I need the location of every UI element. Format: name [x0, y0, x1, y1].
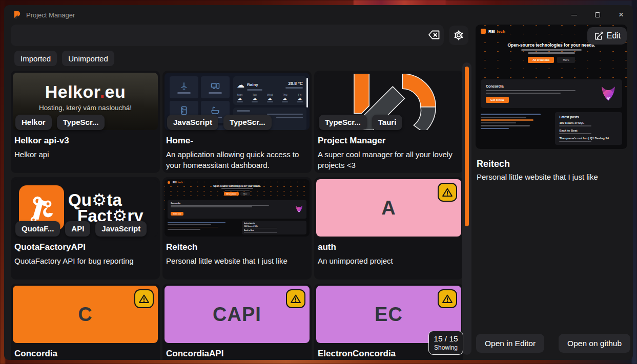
fox-logo — [295, 205, 303, 213]
project-thumbnail: REItech Open-source technologies for you… — [165, 179, 310, 237]
showing-label: Showing — [434, 344, 458, 351]
minimize-icon — [571, 15, 577, 15]
project-card-auth[interactable]: A auth An unimported project — [314, 177, 463, 280]
project-thumbnail: A — [316, 179, 461, 237]
tag-chip[interactable]: JavaScript — [95, 221, 147, 237]
bathtub-icon — [211, 106, 220, 115]
minimize-button[interactable] — [562, 5, 586, 25]
showing-count-badge: 15 / 15 Showing — [428, 331, 463, 355]
backspace-icon — [427, 29, 441, 41]
project-title: QuotaFactoryAPI — [14, 242, 156, 252]
close-icon: × — [619, 10, 624, 20]
titlebar: Project Manager × — [4, 5, 633, 25]
tag-chip[interactable]: API — [65, 221, 90, 237]
cloud-icon: ☁ — [253, 97, 257, 101]
showing-count: 15 / 15 — [434, 334, 458, 344]
project-title: auth — [318, 242, 460, 252]
tag-chip[interactable]: QuotaF... — [15, 221, 60, 237]
project-description: Helkor api — [14, 149, 156, 160]
scrollbar-thumb[interactable] — [465, 67, 469, 226]
project-initial: C — [78, 304, 92, 326]
cloud-icon: ☁ — [237, 81, 244, 89]
project-card-helkor-api-v3[interactable]: Helkor.eu Hosting, který vám naslouchá! … — [11, 71, 160, 173]
project-card-concordiaapi[interactable]: CAPI ConcordiaAPI — [162, 284, 312, 360]
helkor-tagline: Hosting, který vám naslouchá! — [39, 104, 132, 112]
clear-search-button[interactable] — [427, 29, 441, 42]
cloud-icon: ☁ — [238, 97, 242, 101]
project-description: An application allowing quick access to … — [166, 149, 308, 171]
panel-actions: Open in Editor Open on github — [476, 334, 630, 353]
warning-icon — [441, 186, 454, 199]
edit-button[interactable]: Edit — [587, 27, 627, 45]
cloud-icon: ☁ — [298, 97, 302, 101]
maximize-icon — [595, 12, 600, 17]
selected-project-title: Reitech — [477, 159, 510, 169]
fox-logo — [600, 85, 617, 102]
app-window: Project Manager × Imported Unimported He… — [4, 5, 633, 360]
project-card-reitech[interactable]: REItech Open-source technologies for you… — [162, 177, 312, 280]
selected-project-description: Personal little website that I just like — [477, 173, 630, 181]
tag-chip[interactable]: TypeScr... — [223, 115, 272, 130]
tag-chip[interactable]: Helkor — [15, 115, 52, 130]
project-description: An unimported project — [318, 255, 460, 266]
project-thumbnail: CAPI — [165, 286, 310, 343]
maximize-button[interactable] — [586, 5, 609, 25]
tag-chip[interactable]: TypeScr... — [319, 115, 367, 130]
project-title: Home- — [166, 136, 308, 146]
project-card-concordia[interactable]: C Concordia — [11, 284, 160, 360]
project-initial: EC — [375, 304, 403, 326]
helkor-logo: Helkor.eu — [45, 82, 126, 102]
warning-badge — [438, 183, 457, 202]
weather-condition: Rainy — [247, 82, 258, 87]
open-in-editor-button[interactable]: Open in Editor — [476, 334, 544, 353]
warning-badge — [438, 289, 457, 308]
warning-badge — [286, 289, 305, 308]
cloud-icon: ☁ — [283, 97, 287, 101]
filter-imported[interactable]: Imported — [14, 51, 57, 66]
project-card-home[interactable]: ☁ Rainy 20.8 °C Mon☁ — [162, 71, 312, 173]
lamp-icon — [179, 81, 189, 91]
project-card-project-manager[interactable]: TypeScr... Tauri Project Manager A super… — [314, 71, 463, 173]
gear-icon — [453, 29, 465, 41]
tag-chip[interactable]: TypeScr... — [57, 115, 105, 130]
project-title: Reitech — [166, 242, 308, 252]
project-title: ConcordiaAPI — [166, 349, 308, 359]
filter-bar: Imported Unimported — [14, 51, 114, 66]
settings-button[interactable] — [449, 26, 468, 45]
project-card-quotafactoryapi[interactable]: Qu⚙ta Fact⚙ry QuotaF... API JavaScript Q… — [11, 177, 160, 280]
robot-arm-icon — [26, 192, 57, 224]
project-thumbnail: C — [13, 286, 158, 343]
tag-chip[interactable]: Tauri — [372, 115, 403, 130]
project-title: Concordia — [14, 349, 156, 359]
fridge-icon — [179, 106, 189, 115]
cloud-icon: ☁ — [268, 97, 272, 101]
window-title: Project Manager — [26, 11, 75, 19]
weather-temperature: 20.8 °C — [285, 81, 303, 89]
project-description: QuotaFactory API for bug reporting — [14, 255, 156, 266]
project-description: A super cool manager for all your lovely… — [318, 149, 460, 171]
pencil-square-icon — [593, 31, 603, 41]
tag-chip[interactable]: JavaScript — [167, 115, 218, 130]
monitors-icon — [211, 81, 220, 91]
warning-icon — [441, 293, 454, 305]
open-on-github-button[interactable]: Open on github — [559, 334, 630, 353]
reitech-logo-icon — [168, 181, 170, 184]
quotafactory-wordmark: Qu⚙ta Fact⚙ry — [68, 192, 143, 224]
close-button[interactable]: × — [609, 5, 633, 25]
project-grid: Helkor.eu Hosting, který vám naslouchá! … — [11, 71, 464, 360]
warning-badge — [134, 289, 154, 308]
project-description: Personal little website that I just like — [166, 255, 308, 266]
reitech-website-preview: REItech Open-source technologies for you… — [165, 179, 310, 237]
project-title: Helkor api-v3 — [14, 136, 156, 146]
app-logo-icon — [12, 10, 22, 20]
search-input[interactable] — [11, 25, 444, 46]
warning-icon — [138, 293, 150, 305]
mini-scrollbar — [306, 78, 308, 108]
weather-widget: ☁ Rainy 20.8 °C Mon☁ — [233, 76, 306, 105]
filter-unimported[interactable]: Unimported — [62, 51, 114, 66]
project-initial: CAPI — [213, 304, 261, 326]
reitech-logo-icon — [481, 29, 486, 34]
project-title: Project Manager — [318, 136, 460, 146]
project-initial: A — [381, 197, 396, 219]
warning-icon — [290, 293, 302, 305]
